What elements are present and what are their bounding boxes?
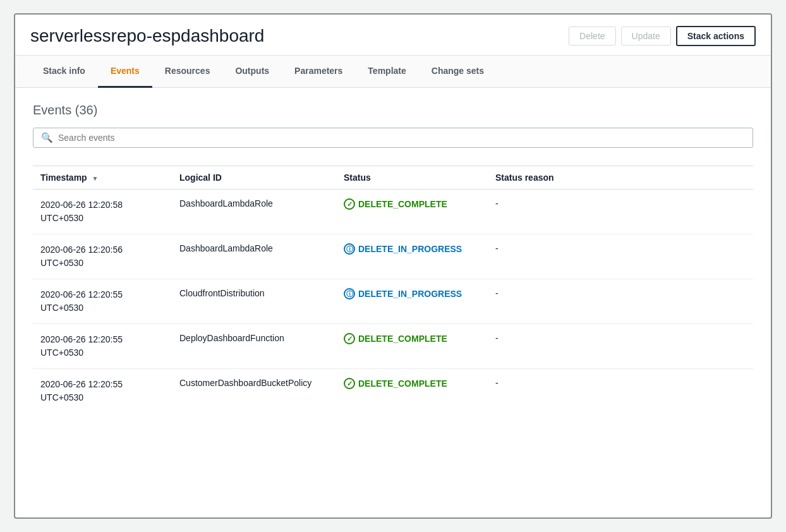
cell-timestamp: 2020-06-26 12:20:55 UTC+0530 [33,369,172,414]
progress-icon: ⓘ [344,243,355,255]
search-input[interactable] [58,133,745,143]
cell-status-reason: - [488,234,753,279]
main-content: Events (36) 🔍 Timestamp ▼ Logical ID Sta… [15,88,771,428]
page-title: serverlessrepo-espdashboard [30,26,569,46]
cell-status-reason: - [488,190,753,234]
table-row: 2020-06-26 12:20:56 UTC+0530DashboardLam… [33,234,753,279]
complete-icon: ✓ [344,333,355,344]
cell-timestamp: 2020-06-26 12:20:58 UTC+0530 [33,190,172,234]
status-badge: ✓ DELETE_COMPLETE [344,333,480,344]
cell-logical-id: DeployDashboardFunction [172,324,336,369]
search-bar: 🔍 [33,128,753,148]
tab-change-sets[interactable]: Change sets [419,56,497,88]
cell-status: ✓ DELETE_COMPLETE [336,369,488,414]
sort-icon: ▼ [92,175,99,182]
tab-events[interactable]: Events [98,56,152,88]
cell-status-reason: - [488,279,753,324]
cell-logical-id: CustomerDashboardBucketPolicy [172,369,336,414]
tab-stack-info[interactable]: Stack info [30,56,98,88]
cell-status: ⓘ DELETE_IN_PROGRESS [336,279,488,324]
events-section-title: Events (36) [33,103,753,118]
events-count: (36) [75,103,98,117]
stack-actions-button[interactable]: Stack actions [676,26,756,46]
cell-timestamp: 2020-06-26 12:20:55 UTC+0530 [33,279,172,324]
status-badge: ⓘ DELETE_IN_PROGRESS [344,243,480,255]
events-table: Timestamp ▼ Logical ID Status Status rea… [33,166,753,413]
status-badge: ⓘ DELETE_IN_PROGRESS [344,288,480,299]
cell-status: ⓘ DELETE_IN_PROGRESS [336,234,488,279]
tab-outputs[interactable]: Outputs [222,56,282,88]
update-button[interactable]: Update [621,27,671,45]
cell-status-reason: - [488,369,753,414]
cell-timestamp: 2020-06-26 12:20:55 UTC+0530 [33,324,172,369]
tab-bar: Stack info Events Resources Outputs Para… [15,56,771,88]
table-row: 2020-06-26 12:20:58 UTC+0530DashboardLam… [33,190,753,234]
progress-icon: ⓘ [344,288,355,299]
col-header-status: Status [336,166,488,190]
page-header: serverlessrepo-espdashboard Delete Updat… [15,15,771,56]
cell-status: ✓ DELETE_COMPLETE [336,324,488,369]
col-header-status-reason: Status reason [488,166,753,190]
search-icon: 🔍 [41,132,53,143]
tab-template[interactable]: Template [355,56,418,88]
col-header-timestamp: Timestamp ▼ [33,166,172,190]
table-row: 2020-06-26 12:20:55 UTC+0530CustomerDash… [33,369,753,414]
complete-icon: ✓ [344,198,355,210]
table-row: 2020-06-26 12:20:55 UTC+0530DeployDashbo… [33,324,753,369]
header-actions: Delete Update Stack actions [569,26,756,46]
col-header-logical-id: Logical ID [172,166,336,190]
main-window: serverlessrepo-espdashboard Delete Updat… [14,13,772,519]
cell-timestamp: 2020-06-26 12:20:56 UTC+0530 [33,234,172,279]
cell-logical-id: DashboardLambdaRole [172,234,336,279]
delete-button[interactable]: Delete [569,27,615,45]
status-badge: ✓ DELETE_COMPLETE [344,198,480,210]
tab-resources[interactable]: Resources [152,56,223,88]
cell-logical-id: DashboardLambdaRole [172,190,336,234]
cell-status-reason: - [488,324,753,369]
table-row: 2020-06-26 12:20:55 UTC+0530CloudfrontDi… [33,279,753,324]
tab-parameters[interactable]: Parameters [282,56,355,88]
cell-logical-id: CloudfrontDistribution [172,279,336,324]
complete-icon: ✓ [344,378,355,389]
status-badge: ✓ DELETE_COMPLETE [344,378,480,389]
cell-status: ✓ DELETE_COMPLETE [336,190,488,234]
